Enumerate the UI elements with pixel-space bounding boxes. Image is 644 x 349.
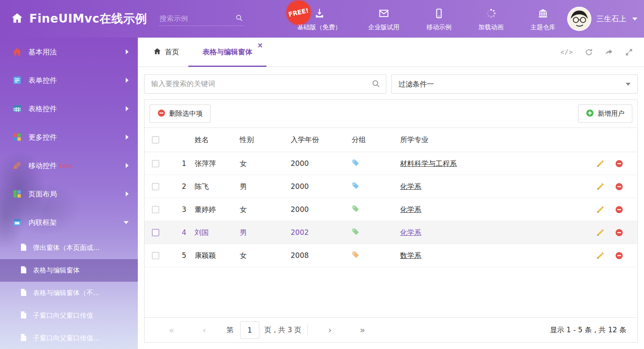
- select-all-checkbox[interactable]: [152, 136, 159, 143]
- search-icon[interactable]: [235, 14, 243, 24]
- brand[interactable]: FineUIMvc在线示例: [0, 11, 147, 27]
- chevron-right-icon: [126, 191, 129, 196]
- nav-theme-store[interactable]: 主题仓库: [530, 6, 555, 31]
- nav-label: 移动示例: [426, 23, 451, 31]
- tab-grid-edit-window[interactable]: 表格与编辑窗体 ×: [188, 38, 266, 66]
- header-nav: 基础版（免费） 企业版试用 移动示例 加载动画: [297, 0, 555, 38]
- page-total-label: 页 , 共 3 页: [264, 325, 302, 335]
- delete-icon[interactable]: [615, 206, 623, 214]
- delete-icon[interactable]: [615, 183, 623, 191]
- fullscreen-icon[interactable]: [625, 48, 633, 56]
- major-link[interactable]: 数学系: [400, 251, 421, 260]
- next-page-button[interactable]: ›: [314, 325, 346, 335]
- student-gender: 女: [240, 251, 291, 260]
- source-code-icon[interactable]: </>: [560, 48, 573, 56]
- delete-icon[interactable]: [615, 252, 623, 260]
- grid-panel: 删除选中项 新增用户 姓名 性别 入学年份 分组 所学专业: [144, 99, 638, 343]
- tab-bar: 首页 表格与编辑窗体 × </>: [138, 38, 644, 67]
- plus-circle-icon: [586, 109, 594, 119]
- enrollment-year: 2000: [291, 205, 352, 214]
- nav-enterprise-trial[interactable]: 企业版试用: [368, 6, 400, 31]
- bank-icon: [538, 8, 548, 20]
- sidebar-item-mobile-controls[interactable]: 移动控件 Corp.: [0, 151, 138, 180]
- prev-page-button[interactable]: ‹: [188, 325, 221, 335]
- edit-icon[interactable]: [596, 183, 604, 191]
- sidebar-item-label: 基本用法: [28, 47, 126, 57]
- major-link[interactable]: 化学系: [400, 228, 421, 237]
- chevron-right-icon: [126, 106, 129, 111]
- divider: [307, 324, 308, 336]
- edit-icon[interactable]: [596, 229, 604, 237]
- major-link[interactable]: 化学系: [400, 205, 421, 214]
- last-page-button[interactable]: »: [346, 325, 379, 335]
- major-link[interactable]: 化学系: [400, 182, 421, 191]
- sidebar-item-page-layout[interactable]: 页面布局: [0, 180, 138, 208]
- grid-toolbar: 删除选中项 新增用户: [145, 100, 637, 128]
- sidebar-submenu: 弹出窗体（本页面或... 表格与编辑窗体 表格与编辑窗体（不... 子窗口向父窗…: [0, 237, 138, 349]
- row-checkbox[interactable]: [152, 206, 159, 213]
- table-body: 1 张萍萍 女 2000 材料科学与工程系: [145, 152, 637, 267]
- edit-icon[interactable]: [596, 206, 604, 214]
- enrollment-year: 2008: [291, 251, 352, 260]
- row-checkbox[interactable]: [152, 183, 159, 190]
- nav-mobile-demo[interactable]: 移动示例: [426, 6, 451, 31]
- edit-icon[interactable]: [596, 160, 604, 168]
- row-number: 3: [166, 205, 190, 214]
- delete-icon[interactable]: [615, 160, 623, 168]
- subitem-child-to-parent-2[interactable]: 子窗口向父窗口传值...: [0, 327, 138, 349]
- edit-icon[interactable]: [596, 252, 604, 260]
- keyword-search-input[interactable]: [144, 74, 386, 94]
- column-header-major: 所学专业: [400, 135, 585, 145]
- row-checkbox[interactable]: [152, 252, 159, 259]
- table-row: 4 刘国 男 2002 化学系: [145, 221, 637, 244]
- sidebar-item-form-controls[interactable]: 表单控件: [0, 66, 138, 94]
- tab-label: 表格与编辑窗体: [203, 47, 252, 57]
- subitem-popup-window[interactable]: 弹出窗体（本页面或...: [0, 237, 138, 259]
- chevron-down-icon: [632, 18, 637, 20]
- home-icon: [13, 47, 22, 56]
- sidebar-item-basic-usage[interactable]: 基本用法: [0, 38, 138, 66]
- sidebar-item-grid-controls[interactable]: 表格控件: [0, 94, 138, 123]
- column-header-year: 入学年份: [291, 135, 352, 145]
- row-checkbox[interactable]: [152, 160, 159, 167]
- page-number-input[interactable]: [240, 321, 259, 339]
- nav-loading-animation[interactable]: 加载动画: [479, 6, 504, 31]
- subitem-grid-edit-window-2[interactable]: 表格与编辑窗体（不...: [0, 282, 138, 304]
- tag-icon: [352, 182, 360, 190]
- row-number: 4: [166, 228, 190, 237]
- refresh-icon[interactable]: [585, 48, 593, 56]
- tag-icon: [352, 228, 360, 236]
- sidebar-item-more-controls[interactable]: 更多控件: [0, 123, 138, 151]
- sidebar-item-label: 表单控件: [28, 76, 126, 85]
- record-summary: 显示 1 - 5 条 , 共 12 条: [550, 325, 626, 335]
- sidebar-item-label: 更多控件: [28, 132, 126, 142]
- delete-icon[interactable]: [615, 229, 623, 237]
- row-checkbox[interactable]: [152, 229, 159, 236]
- header: FineUIMvc在线示例 FREE! 基础版（免费） 企业版试用: [0, 0, 644, 38]
- header-search-input[interactable]: [159, 12, 244, 26]
- subitem-child-to-parent[interactable]: 子窗口向父窗口传值: [0, 304, 138, 327]
- row-number: 1: [166, 159, 190, 168]
- app-title: FineUIMvc在线示例: [29, 11, 147, 27]
- user-menu[interactable]: 三生石上: [567, 0, 637, 38]
- nav-label: 加载动画: [479, 23, 504, 31]
- add-user-button[interactable]: 新增用户: [578, 104, 632, 123]
- sidebar-item-iframe[interactable]: 内联框架: [0, 208, 138, 237]
- filter-dropdown[interactable]: 过滤条件一: [391, 74, 638, 94]
- subitem-grid-edit-window[interactable]: 表格与编辑窗体: [0, 259, 138, 282]
- filter-row: 过滤条件一: [138, 67, 644, 99]
- share-icon[interactable]: [605, 48, 613, 56]
- first-page-button[interactable]: «: [155, 325, 188, 335]
- sidebar: 基本用法 表单控件 表格控件 更多控件 移动控件 Corp. 页面布局: [0, 38, 138, 349]
- page-label: 第: [226, 325, 233, 335]
- search-icon[interactable]: [372, 79, 380, 90]
- close-icon[interactable]: ×: [257, 42, 263, 49]
- tab-home[interactable]: 首页: [144, 38, 188, 66]
- pagination: « ‹ 第 页 , 共 3 页 › » 显示 1 - 5 条 , 共 12 条: [145, 317, 637, 342]
- chevron-right-icon: [126, 163, 129, 168]
- corp-badge: Corp.: [59, 163, 74, 169]
- major-link[interactable]: 材料科学与工程系: [400, 159, 457, 168]
- nav-label: 主题仓库: [530, 23, 555, 31]
- chevron-right-icon: [126, 49, 129, 54]
- delete-selected-button[interactable]: 删除选中项: [150, 104, 210, 123]
